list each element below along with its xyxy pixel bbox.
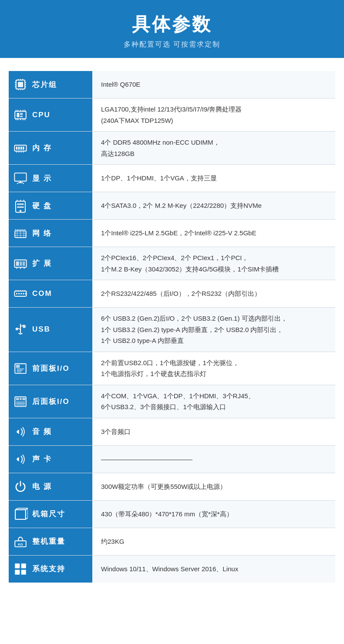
page-subtitle: 多种配置可选 可按需求定制 <box>9 40 335 49</box>
cpu-chip-icon <box>12 76 29 93</box>
specs-table-wrapper: 芯片组 Intel® Q670E CPU LGA1700,支持intel 12/… <box>0 58 344 600</box>
svg-rect-29 <box>16 146 17 149</box>
label-cell-chassis: 机箱尺寸 <box>9 500 92 528</box>
table-row: 芯片组 Intel® Q670E <box>9 71 335 98</box>
table-row: 系统支持 Windows 10/11、Windows Server 2016、L… <box>9 555 335 583</box>
value-cell-weight: 约23KG <box>92 528 335 555</box>
label-text-expansion: 扩 展 <box>32 258 52 268</box>
value-cell-soundcard: —————————————— <box>92 445 335 473</box>
label-cell-expansion: 扩 展 <box>9 247 92 280</box>
label-cell-cpu: CPU <box>9 98 92 132</box>
label-text-os: 系统支持 <box>32 564 65 574</box>
value-cell-chipset: Intel® Q670E <box>92 71 335 98</box>
value-text-rear-io: 4个COM、1个VGA、1个DP、1个HDMI、3个RJ45、6个USB3.2、… <box>101 392 255 411</box>
svg-rect-15 <box>17 112 20 117</box>
label-cell-rear-io: 后面板I/O <box>9 385 92 418</box>
table-row: 音 频 3个音频口 <box>9 418 335 445</box>
usb-icon <box>12 321 29 338</box>
label-text-display: 显 示 <box>32 173 52 183</box>
power-icon <box>12 478 29 495</box>
value-cell-rear-io: 4个COM、1个VGA、1个DP、1个HDMI、3个RJ45、6个USB3.2、… <box>92 385 335 418</box>
label-text-memory: 内 存 <box>32 143 52 153</box>
svg-rect-31 <box>20 146 22 149</box>
value-text-cpu: LGA1700,支持intel 12/13代I3/I5/I7/I9/奔腾处理器(… <box>101 105 242 124</box>
value-cell-front-io: 2个前置USB2.0口，1个电源按键，1个光驱位，1个电源指示灯，1个硬盘状态指… <box>92 352 335 385</box>
svg-rect-88 <box>22 398 25 400</box>
svg-text:KG: KG <box>18 542 23 546</box>
svg-rect-43 <box>17 203 24 205</box>
value-text-chipset: Intel® Q670E <box>101 81 140 88</box>
svg-point-67 <box>23 293 24 294</box>
label-cell-com: COM <box>9 280 92 308</box>
label-cell-usb: USB <box>9 308 92 352</box>
label-cell-os: 系统支持 <box>9 555 92 583</box>
table-row: KG 整机重量 约23KG <box>9 528 335 555</box>
label-text-chipset: 芯片组 <box>32 80 57 90</box>
label-text-cpu: CPU <box>32 111 51 119</box>
network-icon <box>12 225 29 241</box>
front-panel-icon <box>12 360 29 376</box>
value-text-usb: 6个 USB3.2 (Gen.2)后I/O，2个 USB3.2 (Gen.1) … <box>101 315 287 344</box>
value-cell-usb: 6个 USB3.2 (Gen.2)后I/O，2个 USB3.2 (Gen.1) … <box>92 308 335 352</box>
svg-rect-44 <box>17 207 24 208</box>
value-text-audio: 3个音频口 <box>101 428 131 435</box>
table-row: CPU LGA1700,支持intel 12/13代I3/I5/I7/I9/奔腾… <box>9 98 335 132</box>
page-title: 具体参数 <box>9 12 335 37</box>
value-text-network: 1个Intel® i225-LM 2.5GbE，2个Intel® i225-V … <box>101 229 256 237</box>
value-cell-storage: 4个SATA3.0，2个 M.2 M-Key（2242/2280）支持NVMe <box>92 192 335 220</box>
label-cell-power: 电 源 <box>9 473 92 500</box>
table-row: 声 卡 —————————————— <box>9 445 335 473</box>
label-cell-memory: 内 存 <box>9 132 92 165</box>
svg-rect-57 <box>16 261 19 265</box>
cpu-icon <box>12 107 29 123</box>
label-cell-soundcard: 声 卡 <box>9 445 92 473</box>
table-row: 内 存 4个 DDR5 4800MHz non-ECC UDIMM，高达128G… <box>9 132 335 165</box>
label-cell-storage: 硬 盘 <box>9 192 92 220</box>
value-text-weight: 约23KG <box>101 538 124 545</box>
os-icon <box>12 561 29 577</box>
table-row: 扩 展 2个PCIex16、2个PCIex4、2个 PCIex1，1个PCI，1… <box>9 247 335 280</box>
expansion-icon <box>12 255 29 272</box>
label-text-power: 电 源 <box>32 481 52 491</box>
value-cell-cpu: LGA1700,支持intel 12/13代I3/I5/I7/I9/奔腾处理器(… <box>92 98 335 132</box>
rear-panel-icon <box>12 393 29 410</box>
memory-icon <box>12 140 29 156</box>
svg-rect-105 <box>21 563 26 568</box>
value-cell-memory: 4个 DDR5 4800MHz non-ECC UDIMM，高达128GB <box>92 132 335 165</box>
svg-point-41 <box>23 183 24 184</box>
label-cell-network: 网 络 <box>9 220 92 247</box>
svg-point-68 <box>25 293 26 294</box>
value-cell-com: 2个RS232/422/485（后I/O），2个RS232（内部引出） <box>92 280 335 308</box>
display-icon <box>12 170 29 186</box>
label-text-storage: 硬 盘 <box>32 201 52 211</box>
svg-rect-86 <box>16 398 19 400</box>
svg-point-65 <box>18 293 20 294</box>
value-text-expansion: 2个PCIex16、2个PCIex4、2个 PCIex1，1个PCI，1个M.2… <box>101 254 279 273</box>
svg-rect-30 <box>18 146 20 149</box>
table-row: 网 络 1个Intel® i225-LM 2.5GbE，2个Intel® i22… <box>9 220 335 247</box>
svg-point-40 <box>17 183 18 184</box>
label-text-soundcard: 声 卡 <box>32 454 52 464</box>
chassis-icon <box>12 506 29 522</box>
table-row: 后面板I/O 4个COM、1个VGA、1个DP、1个HDMI、3个RJ45、6个… <box>9 385 335 418</box>
svg-rect-32 <box>23 146 24 149</box>
svg-rect-81 <box>16 365 20 368</box>
label-text-usb: USB <box>32 325 51 334</box>
value-cell-network: 1个Intel® i225-LM 2.5GbE，2个Intel® i225-V … <box>92 220 335 247</box>
svg-rect-106 <box>15 569 20 574</box>
svg-point-45 <box>20 210 21 212</box>
table-row: 显 示 1个DP、1个HDMI、1个VGA，支持三显 <box>9 165 335 192</box>
value-cell-expansion: 2个PCIex16、2个PCIex4、2个 PCIex1，1个PCI，1个M.2… <box>92 247 335 280</box>
label-text-network: 网 络 <box>32 228 52 238</box>
value-cell-power: 300W额定功率（可更换550W或以上电源） <box>92 473 335 500</box>
value-cell-os: Windows 10/11、Windows Server 2016、Linux <box>92 555 335 583</box>
storage-icon <box>12 197 29 214</box>
value-text-chassis: 430（带耳朵480）*470*176 mm（宽*深*高） <box>101 510 233 518</box>
svg-rect-59 <box>23 261 25 265</box>
specs-table: 芯片组 Intel® Q670E CPU LGA1700,支持intel 12/… <box>9 71 335 583</box>
table-row: 硬 盘 4个SATA3.0，2个 M.2 M-Key（2242/2280）支持N… <box>9 192 335 220</box>
svg-rect-37 <box>14 173 26 181</box>
value-cell-audio: 3个音频口 <box>92 418 335 445</box>
audio-icon <box>12 424 29 440</box>
label-cell-front-io: 前面板I/O <box>9 352 92 385</box>
